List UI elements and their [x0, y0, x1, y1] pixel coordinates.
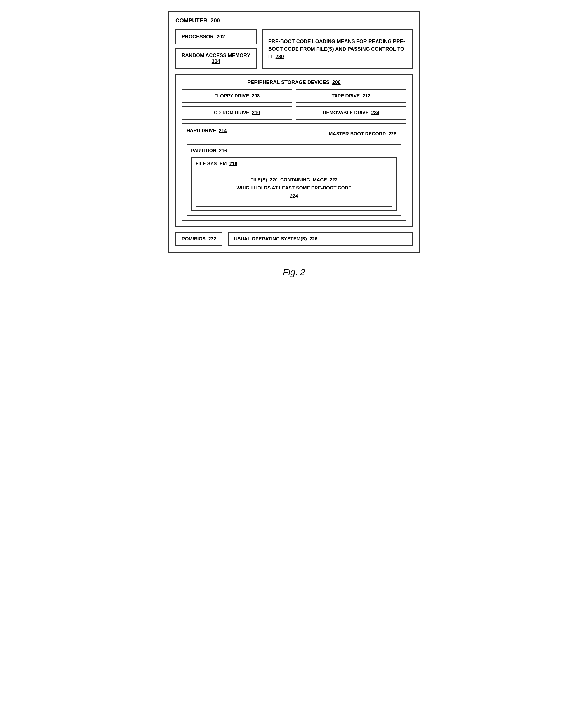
cdrom-label: CD-ROM DRIVE [214, 110, 249, 115]
image-num: 222 [330, 177, 337, 183]
preboot-box: PRE-BOOT CODE LOADING MEANS FOR READING … [262, 30, 412, 69]
processor-num: 202 [216, 34, 225, 40]
filesystem-title: FILE SYSTEM 218 [196, 161, 392, 167]
ram-box: RANDOM ACCESS MEMORY 204 [176, 48, 256, 69]
removable-num: 234 [372, 110, 379, 115]
filesystem-box: FILE SYSTEM 218 FILE(S) 220 CONTAINING I… [191, 157, 397, 211]
hard-drive-num: 214 [219, 128, 227, 133]
usual-os-label: USUAL OPERATING SYSTEM(S) [234, 236, 307, 241]
hard-drive-label: HARD DRIVE [187, 128, 216, 133]
preboot-label: PRE-BOOT CODE LOADING MEANS FOR READING … [268, 39, 405, 59]
figure-label: Fig. 2 [168, 267, 420, 277]
filesystem-label: FILE SYSTEM [196, 161, 227, 166]
figure-text: Fig. 2 [283, 267, 305, 277]
top-row: PROCESSOR 202 RANDOM ACCESS MEMORY 204 P… [176, 30, 412, 69]
bottom-row: ROM/BIOS 232 USUAL OPERATING SYSTEM(S) 2… [176, 232, 412, 246]
floppy-box: FLOPPY DRIVE 208 [182, 89, 292, 103]
hard-drive-title: HARD DRIVE 214 [187, 128, 227, 134]
code-num: 224 [290, 193, 298, 199]
floppy-num: 208 [252, 93, 259, 98]
cdrom-box: CD-ROM DRIVE 210 [182, 106, 292, 120]
usual-os-box: USUAL OPERATING SYSTEM(S) 226 [228, 232, 412, 246]
ram-label: RANDOM ACCESS MEMORY [182, 53, 250, 58]
partition-num: 216 [219, 148, 227, 153]
processor-label: PROCESSOR [182, 34, 214, 40]
peripheral-num: 206 [332, 80, 341, 85]
computer-box: COMPUTER 200 PROCESSOR 202 RANDOM ACCESS… [168, 11, 420, 253]
peripheral-box: PERIPHERAL STORAGE DEVICES 206 FLOPPY DR… [176, 75, 412, 227]
master-boot-num: 228 [389, 131, 396, 137]
cdrom-num: 210 [252, 110, 260, 115]
tape-box: TAPE DRIVE 212 [296, 89, 406, 103]
filesystem-num: 218 [229, 161, 237, 166]
files-rest: WHICH HOLDS AT LEAST SOME PRE-BOOT CODE [237, 185, 352, 191]
tape-num: 212 [362, 93, 371, 98]
files-containing: CONTAINING IMAGE [280, 177, 327, 183]
master-boot-box: MASTER BOOT RECORD 228 [324, 128, 401, 140]
floppy-label: FLOPPY DRIVE [214, 93, 249, 98]
preboot-num: 230 [276, 54, 284, 59]
partition-box: PARTITION 216 FILE SYSTEM 218 FILE(S) 22… [187, 144, 401, 216]
usual-os-num: 226 [309, 236, 317, 241]
drives-grid: FLOPPY DRIVE 208 TAPE DRIVE 212 CD-ROM D… [182, 89, 406, 120]
peripheral-title: PERIPHERAL STORAGE DEVICES 206 [182, 80, 406, 85]
computer-num: 200 [211, 17, 220, 23]
peripheral-label: PERIPHERAL STORAGE DEVICES [247, 80, 329, 85]
hard-drive-header: HARD DRIVE 214 MASTER BOOT RECORD 228 [187, 128, 401, 140]
computer-label: COMPUTER [176, 17, 207, 23]
removable-box: REMOVABLE DRIVE 234 [296, 106, 406, 120]
master-boot-label: MASTER BOOT RECORD [329, 131, 386, 137]
tape-label: TAPE DRIVE [332, 93, 360, 98]
preboot-text: PRE-BOOT CODE LOADING MEANS FOR READING … [268, 38, 406, 60]
rombios-box: ROM/BIOS 232 [176, 232, 223, 246]
rombios-num: 232 [208, 236, 216, 241]
processor-box: PROCESSOR 202 [176, 30, 256, 44]
removable-label: REMOVABLE DRIVE [323, 110, 369, 115]
computer-title: COMPUTER 200 [176, 17, 412, 24]
ram-num: 204 [212, 58, 220, 64]
files-box: FILE(S) 220 CONTAINING IMAGE 222 WHICH H… [196, 170, 392, 206]
left-col: PROCESSOR 202 RANDOM ACCESS MEMORY 204 [176, 30, 256, 69]
rombios-label: ROM/BIOS [182, 236, 206, 241]
partition-label: PARTITION [191, 148, 216, 153]
partition-title: PARTITION 216 [191, 148, 397, 154]
files-num: 220 [270, 177, 278, 183]
diagram: COMPUTER 200 PROCESSOR 202 RANDOM ACCESS… [168, 11, 420, 277]
hard-drive-box: HARD DRIVE 214 MASTER BOOT RECORD 228 PA… [182, 124, 406, 221]
files-label: FILE(S) [250, 177, 267, 183]
